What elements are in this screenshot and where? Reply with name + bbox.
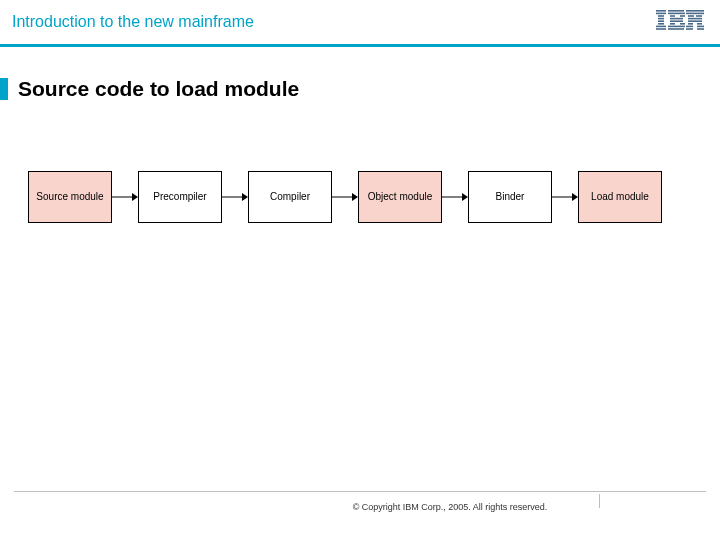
svg-rect-7 xyxy=(670,15,675,17)
flow-diagram: Source module Precompiler Compiler Objec… xyxy=(0,101,720,223)
svg-rect-3 xyxy=(656,13,666,15)
box-source-module: Source module xyxy=(28,171,112,223)
svg-rect-20 xyxy=(688,23,693,25)
svg-rect-8 xyxy=(680,15,685,17)
svg-rect-24 xyxy=(686,26,693,28)
copyright-text: © Copyright IBM Corp., 2005. All rights … xyxy=(0,502,720,512)
ibm-logo-icon xyxy=(656,10,704,34)
svg-rect-6 xyxy=(658,15,664,17)
svg-rect-21 xyxy=(697,23,702,25)
svg-rect-0 xyxy=(656,10,666,12)
slide-title: Source code to load module xyxy=(18,77,299,101)
svg-rect-26 xyxy=(656,28,666,30)
svg-rect-29 xyxy=(697,28,704,30)
svg-rect-23 xyxy=(668,26,685,28)
svg-rect-16 xyxy=(688,20,702,22)
title-row: Source code to load module xyxy=(0,77,720,101)
header-title: Introduction to the new mainframe xyxy=(12,13,254,31)
box-object-module: Object module xyxy=(358,171,442,223)
svg-rect-12 xyxy=(670,18,683,20)
arrow-icon xyxy=(112,191,138,203)
box-binder: Binder xyxy=(468,171,552,223)
arrow-icon xyxy=(222,191,248,203)
svg-rect-13 xyxy=(688,18,702,20)
svg-rect-1 xyxy=(668,10,684,12)
arrow-icon xyxy=(332,191,358,203)
arrow-icon xyxy=(442,191,468,203)
svg-rect-27 xyxy=(668,28,684,30)
svg-rect-10 xyxy=(696,15,702,17)
arrow-icon xyxy=(552,191,578,203)
box-precompiler: Precompiler xyxy=(138,171,222,223)
svg-rect-4 xyxy=(668,13,685,15)
svg-rect-17 xyxy=(658,23,664,25)
svg-rect-15 xyxy=(670,20,683,22)
footer-rule xyxy=(14,491,706,492)
title-accent-mark xyxy=(0,78,8,100)
svg-rect-9 xyxy=(688,15,694,17)
box-compiler: Compiler xyxy=(248,171,332,223)
svg-rect-2 xyxy=(686,10,704,12)
svg-rect-25 xyxy=(697,26,704,28)
header-bar: Introduction to the new mainframe xyxy=(0,0,720,47)
box-load-module: Load module xyxy=(578,171,662,223)
svg-rect-28 xyxy=(686,28,693,30)
svg-rect-22 xyxy=(656,26,666,28)
svg-rect-18 xyxy=(670,23,675,25)
svg-rect-19 xyxy=(680,23,685,25)
svg-rect-11 xyxy=(658,18,664,20)
svg-rect-14 xyxy=(658,20,664,22)
svg-rect-5 xyxy=(686,13,704,15)
